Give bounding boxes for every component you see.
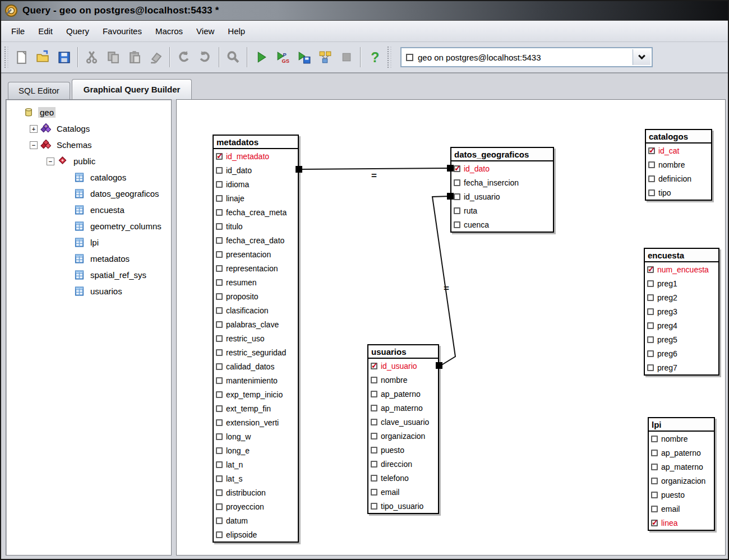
unchecked-checkbox-icon[interactable]	[371, 433, 377, 439]
column-row-proposito[interactable]: proposito	[214, 289, 298, 303]
column-row-resumen[interactable]: resumen	[214, 275, 298, 289]
unchecked-checkbox-icon[interactable]	[216, 167, 223, 174]
column-row-definicion[interactable]: definicion	[646, 172, 711, 186]
tree-item-lpi[interactable]: lpi	[8, 234, 169, 251]
table-header[interactable]: encuesta	[645, 249, 718, 262]
column-row-tipo[interactable]: tipo	[646, 186, 711, 200]
unchecked-checkbox-icon[interactable]	[454, 193, 460, 200]
unchecked-checkbox-icon[interactable]	[216, 321, 223, 328]
column-row-exp_temp_inicio[interactable]: exp_temp_inicio	[214, 387, 298, 401]
table-header[interactable]: lpi	[649, 418, 714, 432]
expand-icon[interactable]: +	[30, 125, 38, 133]
column-row-linea[interactable]: linea	[649, 516, 714, 530]
collapse-icon[interactable]: −	[47, 158, 54, 165]
new-file-button[interactable]	[11, 47, 32, 68]
menu-file[interactable]: File	[4, 23, 31, 39]
tree-item-geometry_columns[interactable]: geometry_columns	[8, 218, 169, 234]
unchecked-checkbox-icon[interactable]	[651, 506, 658, 512]
unchecked-checkbox-icon[interactable]	[216, 209, 223, 216]
tree-item-public[interactable]: −public	[8, 153, 169, 169]
unchecked-checkbox-icon[interactable]	[216, 307, 223, 314]
table-header[interactable]: datos_geograficos	[451, 148, 553, 161]
save-file-button[interactable]	[53, 47, 75, 68]
checked-checkbox-icon[interactable]	[651, 520, 658, 526]
unchecked-checkbox-icon[interactable]	[371, 461, 377, 468]
column-row-fecha_crea_meta[interactable]: fecha_crea_meta	[214, 205, 298, 219]
tree-item-geo[interactable]: geo	[8, 104, 169, 121]
cut-button[interactable]	[81, 47, 103, 68]
tree-item-datos_geograficos[interactable]: datos_geograficos	[8, 186, 169, 202]
tab-sql-editor[interactable]: SQL Editor	[8, 82, 70, 99]
column-row-preg5[interactable]: preg5	[645, 332, 718, 346]
column-row-email[interactable]: email	[368, 485, 438, 499]
column-row-organizacion[interactable]: organizacion	[649, 474, 714, 488]
find-button[interactable]	[223, 47, 244, 68]
unchecked-checkbox-icon[interactable]	[647, 336, 654, 343]
unchecked-checkbox-icon[interactable]	[216, 237, 223, 244]
column-row-clasificacion[interactable]: clasificacion	[214, 303, 298, 317]
checked-checkbox-icon[interactable]	[454, 165, 460, 172]
column-row-puesto[interactable]: puesto	[368, 443, 438, 457]
unchecked-checkbox-icon[interactable]	[371, 405, 377, 411]
unchecked-checkbox-icon[interactable]	[216, 335, 223, 342]
unchecked-checkbox-icon[interactable]	[651, 464, 658, 470]
column-row-id_cat[interactable]: id_cat	[646, 144, 711, 158]
unchecked-checkbox-icon[interactable]	[647, 294, 654, 301]
unchecked-checkbox-icon[interactable]	[454, 221, 460, 228]
unchecked-checkbox-icon[interactable]	[454, 179, 460, 186]
column-row-distribucion[interactable]: distribucion	[214, 485, 298, 499]
column-row-palabras_clave[interactable]: palabras_clave	[214, 317, 298, 331]
column-row-fecha_insercion[interactable]: fecha_insercion	[451, 175, 553, 189]
column-row-fecha_crea_dato[interactable]: fecha_crea_dato	[214, 233, 298, 247]
column-row-ruta[interactable]: ruta	[451, 203, 553, 217]
execute-pgscript-button[interactable]: PGS	[272, 47, 293, 68]
unchecked-checkbox-icon[interactable]	[647, 322, 654, 329]
unchecked-checkbox-icon[interactable]	[454, 207, 460, 214]
unchecked-checkbox-icon[interactable]	[216, 405, 223, 412]
join-operator-label[interactable]: =	[371, 170, 377, 181]
column-row-preg3[interactable]: preg3	[645, 304, 718, 318]
column-row-preg2[interactable]: preg2	[645, 290, 718, 304]
open-file-button[interactable]	[32, 47, 53, 68]
column-row-num_encuesta[interactable]: num_encuesta	[645, 262, 718, 276]
unchecked-checkbox-icon[interactable]	[216, 503, 223, 510]
cancel-query-button[interactable]	[336, 47, 357, 68]
unchecked-checkbox-icon[interactable]	[371, 475, 377, 482]
unchecked-checkbox-icon[interactable]	[648, 161, 655, 168]
unchecked-checkbox-icon[interactable]	[371, 489, 377, 496]
execute-query-button[interactable]	[251, 47, 272, 68]
column-row-nombre[interactable]: nombre	[646, 158, 711, 172]
column-row-nombre[interactable]: nombre	[649, 432, 714, 446]
column-row-preg1[interactable]: preg1	[645, 276, 718, 290]
tree-item-catalogs[interactable]: +Catalogs	[8, 121, 169, 137]
unchecked-checkbox-icon[interactable]	[216, 349, 223, 356]
menu-query[interactable]: Query	[59, 23, 96, 39]
column-row-direccion[interactable]: direccion	[368, 457, 438, 471]
column-row-idioma[interactable]: idioma	[214, 177, 298, 191]
unchecked-checkbox-icon[interactable]	[651, 450, 658, 456]
unchecked-checkbox-icon[interactable]	[216, 251, 223, 258]
tree-item-encuesta[interactable]: encuesta	[8, 202, 169, 218]
unchecked-checkbox-icon[interactable]	[216, 447, 223, 454]
column-row-mantenimiento[interactable]: mantenimiento	[214, 373, 298, 387]
checked-checkbox-icon[interactable]	[371, 363, 377, 369]
unchecked-checkbox-icon[interactable]	[216, 461, 223, 468]
column-row-restric_uso[interactable]: restric_uso	[214, 331, 298, 345]
column-row-representacion[interactable]: representacion	[214, 261, 298, 275]
column-row-email[interactable]: email	[649, 502, 714, 516]
unchecked-checkbox-icon[interactable]	[216, 517, 223, 524]
unchecked-checkbox-icon[interactable]	[216, 265, 223, 272]
unchecked-checkbox-icon[interactable]	[216, 489, 223, 496]
column-row-ap_materno[interactable]: ap_materno	[368, 401, 438, 415]
column-row-puesto[interactable]: puesto	[649, 488, 714, 502]
column-row-preg4[interactable]: preg4	[645, 318, 718, 332]
help-button[interactable]: ?	[364, 47, 385, 68]
explain-query-button[interactable]	[315, 47, 336, 68]
unchecked-checkbox-icon[interactable]	[216, 195, 223, 202]
unchecked-checkbox-icon[interactable]	[371, 419, 377, 425]
toolbar-grip-2[interactable]	[387, 47, 391, 68]
column-row-elipsoide[interactable]: elipsoide	[214, 527, 298, 542]
column-row-id_usuario[interactable]: id_usuario	[368, 359, 438, 373]
unchecked-checkbox-icon[interactable]	[647, 308, 654, 315]
unchecked-checkbox-icon[interactable]	[216, 433, 223, 440]
